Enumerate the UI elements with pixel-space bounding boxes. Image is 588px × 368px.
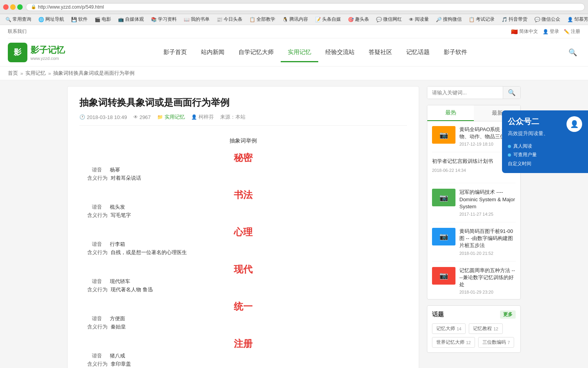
meaning-line: 含义行为 自残，或是想一位著名的心理医生 [87,249,399,256]
keyword: 注册 [87,337,399,350]
logo[interactable]: 影 影子记忆 www.yzzd.com [8,43,65,62]
phonetic-line: 谐音 梳头发 [87,204,399,211]
topics-label: 话题 [432,311,444,318]
nav-item-站内新闻[interactable]: 站内新闻 [194,42,231,62]
close-button[interactable] [3,4,9,10]
bookmark-item[interactable]: 💬微信网红 [374,15,404,23]
meta-category: 📁 实用记忆 [157,114,185,121]
keyword: 秘密 [87,152,399,164]
address-bar[interactable]: 🔒 http://www.yzzd.com/p/549.html [26,3,585,11]
bookmark-item[interactable]: 🎵抖音带货 [499,15,530,23]
sidebar-post-item[interactable]: 📷 黄码简码百图千桩91-00图 -- -由数字编码构建图片桩五步法 2018-… [432,228,516,262]
nav-search-button[interactable]: 🔍 [565,45,580,60]
bookmark-item[interactable]: 🔍常用查询 [3,15,34,23]
nav-item-自学记忆大师[interactable]: 自学记忆大师 [231,42,281,62]
nav-item-经验交流站[interactable]: 经验交流站 [318,42,362,62]
article-content: 抽象词举例 秘密 谐音 杨幂 含义行为 对着耳朵说话 书法 谐音 梳头发 含义行… [79,133,407,368]
keyword: 书法 [87,189,399,201]
browser-bar: 🔒 http://www.yzzd.com/p/549.html [0,0,588,14]
post-thumbnail: 📷 [432,126,455,144]
post-info: 冠军的编码技术 ----Dominic System & Major Syste… [459,189,516,216]
post-thumbnail: 📷 [432,189,455,206]
topic-tag[interactable]: 世界记忆大师12 [432,337,475,348]
diagram-section: 书法 谐音 梳头发 含义行为 写毛笔字 [87,189,399,219]
flag-icon: 🇨🇳 [511,29,518,35]
feature-dot [508,153,511,157]
bookmark-item[interactable]: 📋全部教学 [247,15,278,23]
main-container: 抽象词转换具象词或是画面行为举例 🕐 2018-03-18 10:49 👁 29… [59,80,529,368]
topics-more[interactable]: 更多 [500,310,516,319]
topic-name: 世界记忆大师 [436,339,464,346]
feature-label: 可查用户量 [513,152,537,158]
post-thumbnail: 📷 [432,267,455,285]
sidebar-search-button[interactable]: 🔍 [503,87,520,99]
diagram-section: 现代 谐音 现代轿车 含义行为 现代著名人物 鲁迅 [87,263,399,293]
meaning-line: 含义行为 写毛笔字 [87,212,399,219]
bookmark-item[interactable]: 📚学习资料 [149,15,179,23]
bookmark-item[interactable]: 🎯趣头条 [346,15,371,23]
phonetic-line: 谐音 现代轿车 [87,278,399,285]
breadcrumb-home[interactable]: 首页 [8,70,18,77]
breadcrumb-sep2: » [48,70,51,76]
bookmark-item[interactable]: 👁阅读量 [407,15,431,23]
bookmark-item[interactable]: 🌐网址导航 [36,15,66,23]
main-nav: 影子首页站内新闻自学记忆大师实用记忆经验交流站答疑社区记忆话题影子软件 [156,42,474,62]
nav-item-答疑社区[interactable]: 答疑社区 [362,42,399,62]
bookmark-item[interactable]: 👤邹慕芳 [565,15,588,23]
bookmark-item[interactable]: 📺自媒体观 [116,15,146,23]
sidebar-search-input[interactable] [427,87,503,99]
bookmark-item[interactable]: 📰今日头条 [214,15,245,23]
feature-dot [508,145,511,148]
nav-item-影子首页[interactable]: 影子首页 [156,42,194,62]
meaning-line: 含义行为 拿印章盖 [87,361,399,368]
topic-tag[interactable]: 记忆大师14 [432,323,466,334]
login-link[interactable]: 👤 登录 [543,28,559,35]
url-text: http://www.yzzd.com/p/549.html [38,4,104,10]
bookmark-item[interactable]: 🐧腾讯内容 [280,15,310,23]
category-link[interactable]: 实用记忆 [165,114,185,121]
nav-item-影子软件[interactable]: 影子软件 [437,42,474,62]
topic-tag[interactable]: 记忆教程12 [469,323,502,334]
logo-url: www.yzzd.com [30,56,65,61]
bookmark-item[interactable]: 📋考试记录 [466,15,497,23]
phonetic-line: 谐音 行李箱 [87,241,399,248]
register-link[interactable]: ✏️ 注册 [564,28,580,35]
breadcrumb-category[interactable]: 实用记忆 [25,70,46,77]
phonetic-line: 谐音 杨幂 [87,166,399,173]
post-info: 记忆圆周率的五种方法 ----兼论数字记忆训练的好处 2018-01-29 23… [459,267,516,295]
nav-item-记忆话题[interactable]: 记忆话题 [399,42,437,62]
breadcrumb-sep: » [20,70,23,76]
topic-count: 7 [507,340,510,345]
maximize-button[interactable] [17,4,23,10]
bookmark-item[interactable]: 📖我的书单 [181,15,212,23]
header-top-right: 🇨🇳 简体中文 👤 登录 ✏️ 注册 [511,28,580,35]
logo-icon: 影 [8,43,27,62]
topic-count: 12 [466,340,471,345]
minimize-button[interactable] [10,4,16,10]
folder-icon: 📁 [157,114,163,120]
site-header: 联系我们 🇨🇳 简体中文 👤 登录 ✏️ 注册 影 影子记忆 www.yzzd.… [0,25,588,67]
bookmark-item[interactable]: 💾软件 [69,15,90,23]
topic-tag[interactable]: 三位数编码7 [478,337,514,348]
meta-date: 🕐 2018-03-18 10:49 [79,114,127,120]
keyword: 心理 [87,226,399,238]
phonetic-line: 谐音 方便面 [87,315,399,322]
topic-count: 14 [457,327,461,331]
post-date: 2018-01-29 23:20 [459,290,516,294]
post-thumbnail: 📷 [432,228,455,245]
bookmark-item[interactable]: 🔎搜狗微信 [434,15,464,23]
bookmark-item[interactable]: 💬微信公众 [532,15,563,23]
eye-icon: 👁 [133,114,138,120]
meaning-line: 含义行为 对着耳朵说话 [87,175,399,182]
tab-hot[interactable]: 最热 [427,105,474,121]
sidebar-post-item[interactable]: 📷 冠军的编码技术 ----Dominic System & Major Sys… [432,189,516,222]
lang-selector[interactable]: 🇨🇳 简体中文 [511,28,538,35]
topic-name: 记忆教程 [473,325,492,332]
diagram-title: 抽象词举例 [87,137,399,144]
bookmark-item[interactable]: 📝头条自媒 [313,15,343,23]
sidebar-post-item[interactable]: 📷 记忆圆周率的五种方法 ----兼论数字记忆训练的好处 2018-01-29 … [432,267,516,295]
diagram-section: 注册 谐音 猪八戒 含义行为 拿印章盖 [87,337,399,368]
contact-link[interactable]: 联系我们 [8,28,27,35]
nav-item-实用记忆[interactable]: 实用记忆 [281,42,318,62]
bookmark-item[interactable]: 🎬电影 [92,15,113,23]
